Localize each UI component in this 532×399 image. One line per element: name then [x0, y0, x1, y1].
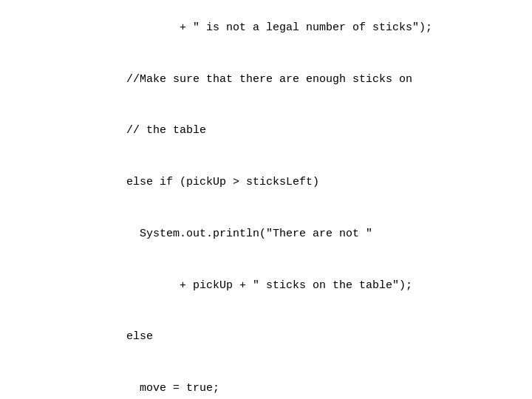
code-display: // Make sure its 1, 2 or 3 if (pickUp < …	[70, 0, 462, 399]
code-line-10: else	[100, 328, 432, 345]
code-line-9: + pickUp + " sticks on the table");	[100, 277, 432, 294]
code-line-6: // the table	[100, 122, 432, 139]
code-line-4: + " is not a legal number of sticks");	[100, 19, 432, 36]
code-line-7: else if (pickUp > sticksLeft)	[100, 174, 432, 191]
code-line-11: move = true;	[100, 380, 432, 397]
code-line-5: //Make sure that there are enough sticks…	[100, 71, 432, 88]
code-line-8: System.out.println("There are not "	[100, 225, 432, 242]
